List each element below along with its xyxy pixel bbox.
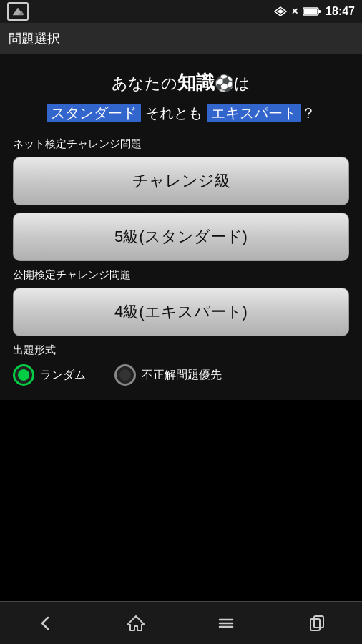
radio-random[interactable]: ランダム (13, 364, 86, 386)
toolbar-title: 問題選択 (9, 30, 60, 47)
headline-prefix: あなたの (112, 74, 177, 92)
radio-group: ランダム 不正解問題優先 (13, 364, 349, 386)
menu-icon (216, 613, 236, 633)
status-bar-left (7, 2, 29, 21)
svg-rect-5 (318, 10, 321, 13)
headline-bold: 知識 (177, 72, 215, 93)
status-bar-right: ✕ 18:47 (274, 5, 355, 18)
svg-rect-6 (304, 9, 318, 14)
format-label: 出題形式 (13, 343, 349, 357)
back-icon (35, 613, 55, 633)
svg-rect-12 (314, 616, 323, 628)
battery-icon (303, 6, 321, 16)
svg-rect-11 (310, 619, 320, 630)
grade4-button[interactable]: 4級(エキスパート) (13, 288, 349, 336)
radio-incorrect-circle[interactable] (114, 364, 136, 386)
main-content: あなたの知識⚽は スタンダード それとも エキスパート？ ネット検定チャレンジ問… (0, 54, 362, 400)
recent-apps-icon (307, 613, 327, 633)
headline-soccer: ⚽ (215, 74, 234, 92)
radio-random-label: ランダム (40, 368, 86, 383)
status-time: 18:47 (326, 5, 355, 18)
no-signal-icon: ✕ (291, 6, 298, 16)
radio-incorrect-label: 不正解問題優先 (142, 368, 222, 383)
menu-button[interactable] (205, 608, 248, 639)
section-net-label: ネット検定チャレンジ問題 (13, 137, 349, 151)
subtitle-line: スタンダード それとも エキスパート？ (13, 104, 349, 123)
headline-suffix: は (234, 74, 250, 92)
back-button[interactable] (24, 608, 67, 639)
home-icon (126, 613, 146, 633)
status-bar: ✕ 18:47 (0, 0, 362, 23)
challenge-button[interactable]: チャレンジ級 (13, 157, 349, 205)
grade5-button[interactable]: 5級(スタンダード) (13, 213, 349, 261)
top-left-image (7, 2, 29, 21)
svg-marker-3 (277, 9, 284, 14)
subtitle-suffix: ？ (301, 105, 315, 121)
radio-incorrect[interactable]: 不正解問題優先 (114, 364, 222, 386)
highlight-standard: スタンダード (47, 104, 141, 122)
home-button[interactable] (114, 608, 157, 639)
highlight-expert: エキスパート (207, 104, 301, 122)
signal-icon (274, 6, 287, 16)
radio-random-circle[interactable] (13, 364, 34, 386)
recent-button[interactable] (295, 608, 338, 639)
section-public-label: 公開検定チャレンジ問題 (13, 268, 349, 282)
radio-incorrect-dot (119, 369, 131, 381)
subtitle-middle: それとも (141, 105, 206, 121)
radio-random-dot (18, 369, 29, 381)
bottom-nav (0, 601, 362, 644)
toolbar: 問題選択 (0, 23, 362, 54)
svg-marker-7 (127, 616, 145, 630)
headline: あなたの知識⚽は (13, 69, 349, 97)
